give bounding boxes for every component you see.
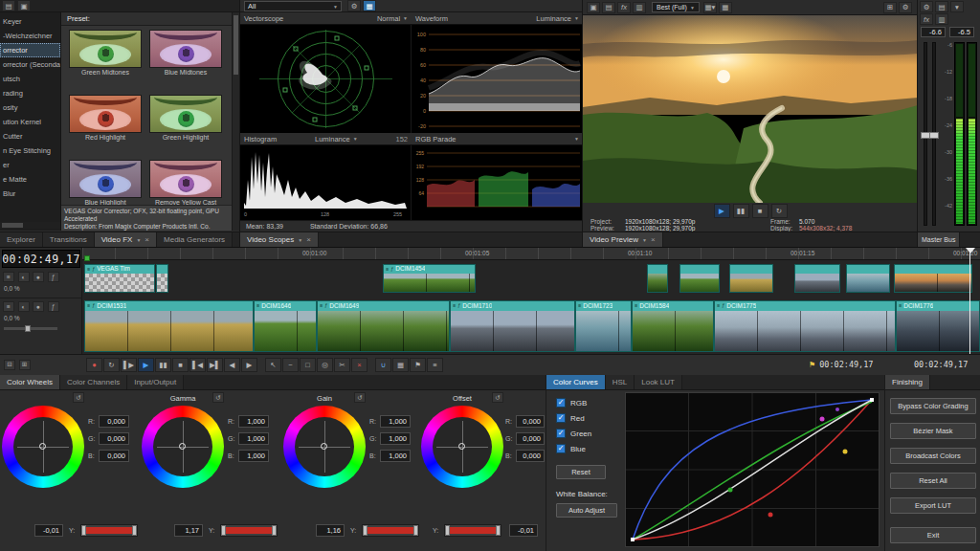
delete-button[interactable]: × bbox=[351, 358, 368, 372]
preset-thumbnail[interactable]: Red Highlight bbox=[69, 95, 142, 141]
meter-options-icon[interactable]: ▾ bbox=[950, 1, 964, 12]
preset-thumbnail[interactable]: Blue Midtones bbox=[149, 30, 222, 76]
chevron-down-icon[interactable]: ▼ bbox=[574, 136, 579, 142]
timeline-clip[interactable]: ≡DCIM1646 bbox=[254, 300, 317, 352]
plugin-list-item[interactable]: rading bbox=[0, 86, 60, 100]
plugin-list-item[interactable]: er bbox=[0, 158, 60, 172]
mute-button[interactable]: ◐ bbox=[18, 301, 30, 312]
preview-stop-button[interactable]: ■ bbox=[752, 204, 768, 218]
reset-all-button[interactable]: Reset All bbox=[890, 473, 976, 489]
red-checkbox[interactable]: ✓ bbox=[556, 413, 566, 423]
fader-handle[interactable] bbox=[929, 132, 939, 139]
preset-thumbnail[interactable]: Green Highlight bbox=[149, 95, 222, 141]
minimize-track-icon[interactable]: ⊟ bbox=[4, 360, 15, 370]
tab-transitions[interactable]: Transitions bbox=[43, 232, 95, 247]
tab-input-output[interactable]: Input/Output bbox=[127, 375, 184, 389]
b-value-field[interactable]: 0,000 bbox=[99, 450, 129, 462]
timecode-display[interactable]: 00:02:49,17 bbox=[2, 250, 80, 268]
plugin-list-item[interactable]: e Matte bbox=[0, 172, 60, 187]
tab-master-bus[interactable]: Master Bus bbox=[918, 232, 960, 247]
lift-color-wheel[interactable] bbox=[2, 406, 84, 488]
solo-button[interactable]: ● bbox=[33, 301, 44, 312]
snap-toggle-button[interactable]: ∪ bbox=[375, 358, 391, 372]
plugin-list-item[interactable]: utsch bbox=[0, 72, 60, 86]
wheel-reset-icon[interactable]: ↺ bbox=[212, 392, 224, 403]
y-slider[interactable] bbox=[444, 524, 501, 537]
timeline-clip[interactable] bbox=[894, 264, 972, 293]
exit-button[interactable]: Exit bbox=[890, 527, 976, 543]
playhead[interactable] bbox=[969, 248, 970, 355]
y-value-field[interactable]: -0,01 bbox=[509, 524, 538, 537]
timeline-clip[interactable] bbox=[679, 264, 720, 293]
preview-loop-button[interactable]: ↻ bbox=[771, 204, 788, 218]
overlays-dropdown-icon[interactable]: ▦▾ bbox=[703, 2, 717, 13]
record-button[interactable]: ● bbox=[86, 358, 102, 372]
plugin-list-item[interactable]: ution Kernel bbox=[0, 115, 60, 129]
timeline-clip[interactable] bbox=[729, 264, 773, 293]
b-value-field[interactable]: 1,000 bbox=[380, 450, 411, 462]
preview-quality-dropdown[interactable]: Best (Full)▼ bbox=[652, 2, 700, 12]
play-button[interactable]: ▶ bbox=[138, 358, 154, 372]
r-value-field[interactable]: 1,000 bbox=[238, 415, 269, 428]
go-to-end-button[interactable]: ▶▌ bbox=[207, 358, 223, 372]
g-value-field[interactable]: 0,000 bbox=[99, 432, 129, 445]
dock-pin-icon[interactable]: ▤ bbox=[2, 0, 15, 11]
solo-button[interactable]: ● bbox=[33, 272, 44, 282]
bezier-mask-button[interactable]: Bézier Mask bbox=[890, 423, 976, 439]
curves-graph[interactable] bbox=[625, 392, 880, 547]
export-lut-button[interactable]: Export LUT bbox=[890, 497, 976, 514]
preview-pause-button[interactable]: ▮▮ bbox=[733, 204, 749, 218]
wheel-reset-icon[interactable]: ↺ bbox=[354, 392, 366, 403]
preset-thumbnail[interactable]: Blue Highlight bbox=[69, 160, 142, 205]
wheel-reset-icon[interactable]: ↺ bbox=[492, 392, 503, 403]
r-value-field[interactable]: 0,000 bbox=[99, 415, 129, 428]
timeline-clip[interactable]: ≡DCIM1723 bbox=[575, 300, 632, 352]
normal-edit-tool-button[interactable]: ↖ bbox=[265, 358, 281, 372]
close-icon[interactable]: × bbox=[651, 235, 656, 244]
chevron-down-icon[interactable]: ▼ bbox=[298, 237, 302, 243]
scope-source-dropdown[interactable]: All▼ bbox=[244, 1, 342, 11]
blue-checkbox[interactable]: ✓ bbox=[556, 444, 566, 453]
gamma-color-wheel[interactable] bbox=[142, 406, 224, 488]
track-menu-icon[interactable]: ≡ bbox=[3, 272, 14, 282]
timeline-clip[interactable] bbox=[647, 264, 668, 293]
mute-button[interactable]: ◐ bbox=[18, 272, 30, 282]
preset-thumbnail[interactable]: Green Midtones bbox=[69, 30, 142, 76]
dock-menu-icon[interactable]: ▣ bbox=[17, 0, 31, 11]
preset-thumbnail[interactable]: Remove Yellow Cast bbox=[149, 160, 222, 205]
cursor-timecode[interactable]: 00:02:49,17 bbox=[819, 360, 873, 369]
timeline-clip[interactable]: ≡ƒDCIM1775 bbox=[714, 300, 896, 352]
marker-tool-button[interactable]: ⚑ bbox=[410, 358, 426, 372]
plugin-list-item[interactable]: Blur bbox=[0, 187, 60, 201]
playhead-handle[interactable] bbox=[966, 248, 975, 253]
bypass-color-grading-button[interactable]: Bypass Color Grading bbox=[890, 398, 976, 414]
g-value-field[interactable]: 1,000 bbox=[380, 432, 411, 445]
g-value-field[interactable]: 0,000 bbox=[516, 432, 545, 445]
tab-video-preview[interactable]: Video Preview▼× bbox=[583, 232, 663, 247]
y-slider[interactable] bbox=[220, 524, 278, 537]
track-level-slider[interactable] bbox=[4, 327, 57, 330]
play-from-start-button[interactable]: ▌▶ bbox=[121, 358, 137, 372]
green-checkbox[interactable]: ✓ bbox=[556, 429, 566, 438]
scope-layout-icon[interactable]: ▦ bbox=[363, 0, 376, 11]
timeline-clip[interactable] bbox=[156, 264, 168, 293]
timeline-clip[interactable]: ≡ƒDCIM1710 bbox=[450, 300, 575, 352]
end-timecode[interactable]: 00:02:49,17 bbox=[914, 360, 968, 369]
plugin-list-item[interactable]: osity bbox=[0, 100, 60, 115]
downmix-icon[interactable]: ▤ bbox=[935, 1, 948, 12]
g-value-field[interactable]: 1,000 bbox=[238, 432, 269, 445]
timeline-marker[interactable] bbox=[84, 255, 90, 261]
loop-playback-button[interactable]: ↻ bbox=[103, 358, 120, 372]
offset-color-wheel[interactable] bbox=[421, 406, 503, 488]
plugin-list-item[interactable]: Keyer bbox=[0, 14, 60, 29]
more-tools-button[interactable]: ≡ bbox=[427, 358, 443, 372]
tab-media-generators[interactable]: Media Generators bbox=[157, 232, 233, 247]
master-fx-button[interactable]: fx bbox=[920, 13, 933, 25]
stop-button[interactable]: ■ bbox=[172, 358, 189, 372]
timeline-clip[interactable] bbox=[794, 264, 840, 293]
vectorscope-mode-dropdown[interactable]: Normal▼ bbox=[377, 14, 408, 23]
grid-toggle-button[interactable]: ▦ bbox=[392, 358, 409, 372]
chevron-down-icon[interactable]: ▼ bbox=[642, 237, 647, 243]
scope-settings-icon[interactable]: ⚙ bbox=[347, 0, 361, 11]
timeline-clip[interactable]: ≡ƒDCIM1454 bbox=[383, 264, 476, 293]
